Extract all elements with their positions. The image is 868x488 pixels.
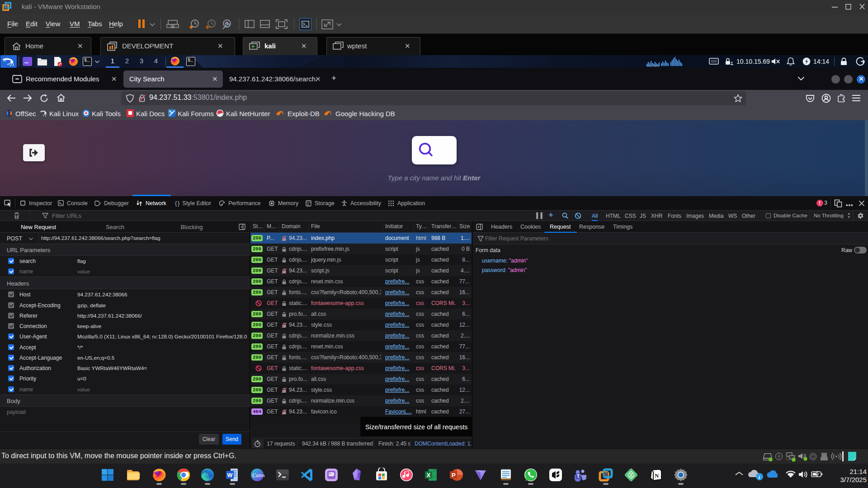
svg-text:P: P (452, 472, 456, 479)
svg-text:N: N (655, 472, 659, 479)
svg-text:i: i (759, 474, 760, 480)
svg-text:Canva: Canva (252, 472, 264, 479)
svg-text:X: X (427, 472, 431, 479)
svg-text:W: W (227, 472, 233, 479)
svg-text:T: T (577, 474, 580, 479)
svg-text:Nemtrl vlss ktr: Nemtrl vlss ktr (646, 65, 660, 67)
